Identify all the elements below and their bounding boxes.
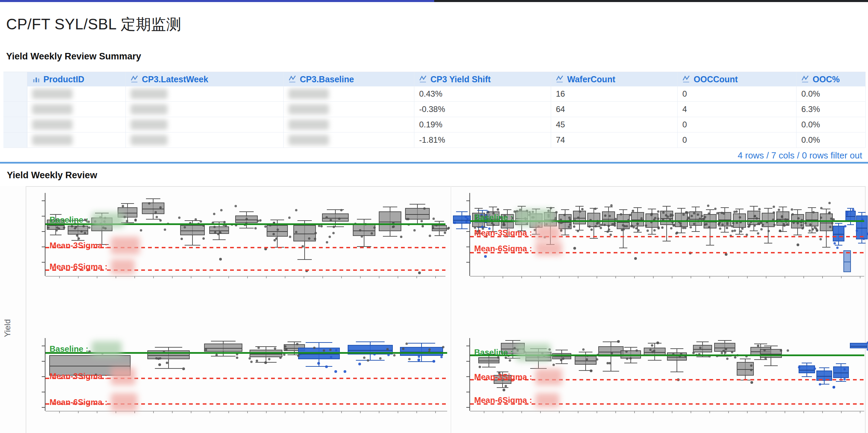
- y-axis-tick: [42, 200, 45, 201]
- table-cell: [3, 86, 27, 101]
- x-axis-tick: [672, 411, 672, 413]
- table-row[interactable]: 0.19%4500.0%: [3, 117, 866, 132]
- top-accent-bar: [0, 0, 868, 2]
- column-header-label: WaferCount: [567, 74, 615, 84]
- data-point: [320, 225, 323, 227]
- x-axis-tick: [484, 411, 484, 413]
- data-point: [568, 226, 570, 228]
- column-header-productid[interactable]: ProductID: [27, 72, 126, 86]
- median-line: [68, 231, 88, 231]
- data-point: [148, 202, 150, 205]
- data-point: [555, 211, 558, 213]
- y-axis-tick: [42, 392, 45, 392]
- y-axis-tick: [466, 407, 469, 408]
- outlier-point: [573, 247, 576, 250]
- yield-panel-top-right[interactable]: Baseline :Mean-3Sigma :Mean-6Sigma :: [470, 193, 864, 276]
- median-line: [379, 222, 401, 222]
- x-axis: [45, 276, 445, 277]
- data-point: [657, 227, 660, 229]
- redacted-value: [289, 104, 329, 114]
- data-point: [809, 229, 811, 232]
- data-point: [757, 232, 759, 235]
- data-point: [773, 224, 776, 226]
- whisker-cap: [408, 361, 436, 362]
- data-point: [645, 224, 647, 227]
- table-cell: [3, 102, 27, 117]
- table-cell: [27, 132, 126, 148]
- whisker-cap: [482, 367, 496, 367]
- x-axis: [470, 276, 864, 277]
- whisker-cap: [836, 363, 846, 364]
- column-header-cp3-latestweek[interactable]: CP3.LatestWeek: [126, 72, 284, 86]
- table-row[interactable]: -0.38%6446.3%: [3, 102, 866, 117]
- redacted-value: [289, 89, 329, 99]
- table-cell: 45: [551, 117, 678, 132]
- x-axis-tick: [360, 411, 361, 413]
- yield-panel-top-left[interactable]: Baseline :Mean-3Sigma :Mean-6Sigma :: [45, 193, 445, 276]
- table-cell: 0.0%: [797, 132, 866, 148]
- data-point: [780, 349, 782, 352]
- data-point: [608, 228, 610, 231]
- median-line: [406, 214, 429, 215]
- data-point: [277, 228, 279, 231]
- table-row[interactable]: 0.43%1600.0%: [3, 86, 866, 102]
- data-point: [200, 220, 202, 223]
- whisker-cap: [764, 243, 772, 243]
- median-line: [250, 354, 282, 354]
- data-point: [798, 366, 800, 368]
- y-axis-title: Yield: [3, 311, 12, 345]
- whisker-cap: [721, 232, 729, 233]
- table-cell: 74: [551, 132, 678, 148]
- data-point: [690, 226, 692, 228]
- x-axis-tick: [247, 411, 248, 413]
- mean-3sigma-label: Mean-3Sigma :: [474, 226, 560, 240]
- data-point: [629, 357, 632, 360]
- data-point: [47, 226, 50, 229]
- outlier-point: [418, 271, 421, 274]
- data-point: [722, 350, 725, 352]
- data-point: [756, 217, 758, 220]
- trellis-divider: [451, 186, 451, 433]
- yield-panel-bottom-left[interactable]: Baseline :Mean-3Sigma :Mean-6Sigma :: [45, 338, 447, 411]
- table-row[interactable]: -1.81%7400.0%: [3, 132, 866, 148]
- data-point: [740, 230, 742, 233]
- baseline-label: Baseline :: [474, 344, 550, 361]
- data-point: [801, 227, 804, 229]
- x-axis-tick: [747, 411, 748, 413]
- x-axis-tick: [615, 411, 616, 413]
- whisker-cap: [306, 366, 332, 367]
- whisker-cap: [505, 340, 521, 341]
- outlier-point: [484, 255, 487, 258]
- data-point: [836, 247, 839, 249]
- column-header-cp3-baseline[interactable]: CP3.Baseline: [284, 72, 414, 86]
- yield-panel-bottom-right[interactable]: Baseline :Mean-3Sigma :Mean-6Sigma :: [470, 338, 864, 411]
- data-point: [330, 219, 332, 221]
- y-axis-tick: [42, 262, 45, 263]
- whisker-cap: [764, 208, 772, 209]
- data-point: [651, 351, 654, 353]
- median-line: [432, 228, 446, 229]
- median-line: [846, 216, 855, 217]
- y-axis-tick: [466, 231, 469, 232]
- blue-boxplot: [850, 343, 868, 348]
- y-axis-tick: [466, 361, 469, 362]
- column-header-ooc-[interactable]: OOC%: [797, 72, 866, 86]
- outlier-point: [432, 360, 435, 363]
- outlier-point: [264, 361, 267, 364]
- data-point: [614, 218, 617, 220]
- whisker-cap: [624, 363, 637, 363]
- column-header-cp3-yield-shift[interactable]: CP3 Yield Shift: [414, 72, 551, 86]
- x-axis-tick: [521, 276, 522, 278]
- column-header-ooccount[interactable]: OOCCount: [678, 72, 797, 86]
- column-header-wafercount[interactable]: WaferCount: [551, 72, 678, 86]
- redacted-value: [111, 367, 135, 385]
- table-cell: [284, 86, 414, 101]
- data-point: [758, 208, 761, 210]
- whisker-cap: [822, 247, 830, 248]
- data-point: [273, 239, 276, 241]
- table-cell: 0.19%: [414, 117, 551, 132]
- whisker-cap: [456, 228, 467, 229]
- table-cell: 16: [551, 86, 678, 101]
- data-point: [288, 216, 291, 219]
- data-point: [164, 228, 166, 231]
